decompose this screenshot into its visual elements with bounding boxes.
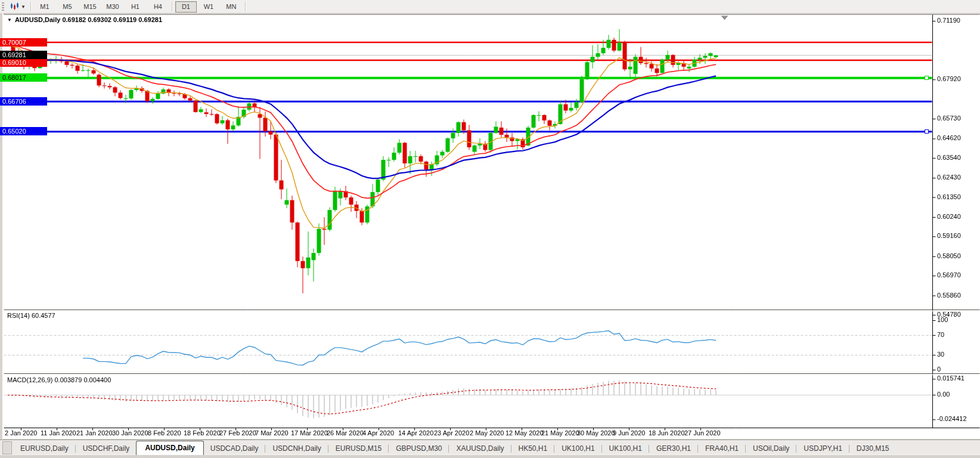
chart-tab-audusd-daily[interactable]: AUDUSD,Daily [136,441,203,455]
price-badge: 0.66706 [0,97,47,106]
macd-axis-label: -0.024412 [937,415,967,422]
date-axis-label: 14 Apr 2020 [398,429,433,437]
rsi-axis-label: 30 [937,351,944,358]
macd-label: MACD(12,26,9) 0.003879 0.004400 [7,376,111,383]
date-axis-label: 26 Mar 2020 [327,429,364,437]
date-axis-label: 23 Apr 2020 [434,429,469,437]
rsi-axis-label: 70 [937,331,944,338]
date-axis-label: 30 Jan 2020 [112,429,148,437]
price-axis-tick: 0.67920 [937,75,961,82]
chart-tab-eurusd-daily[interactable]: EURUSD,Daily [13,442,76,455]
chart-tab-usdchf-daily[interactable]: USDCHF,Daily [76,442,137,455]
date-axis-label: 17 Mar 2020 [291,429,328,437]
date-axis-label: 18 Jun 2020 [649,429,685,437]
price-badge: 0.65020 [0,127,47,135]
price-axis-tick: 0.58050 [937,252,961,259]
macd-axis-label: 0.015741 [937,375,965,382]
date-axis-label: 2 Jan 2020 [5,429,37,437]
price-axis-tick: 0.62430 [937,174,961,181]
macd-axis-label: 0.00 [937,391,950,398]
chart-tab-usoil-daily[interactable]: USOil,Daily [746,442,796,455]
price-axis-tick: 0.55860 [937,292,961,299]
chart-tab-usdcnh-daily[interactable]: USDCNH,Daily [265,442,328,455]
chart-tab-usdjpy-h1[interactable]: USDJPY,H1 [796,442,849,455]
chart-tab-fra40-h1[interactable]: FRA40,H1 [698,442,746,455]
price-axis-tick: 0.65730 [937,114,961,122]
date-axis-label: 27 Feb 2020 [219,429,256,437]
chart-tab-gbpusd-m30[interactable]: GBPUSD,M30 [389,442,449,455]
price-axis-tick: 0.61350 [937,193,961,200]
hline-drag-handle[interactable] [925,76,929,80]
chart-tab-dj30-m15[interactable]: DJ30,M15 [849,442,897,455]
price-badge: 0.68017 [0,73,47,82]
chart-tab-hk50-h1[interactable]: HK50,H1 [511,442,555,455]
date-axis-label: 12 May 2020 [505,429,544,437]
ohlc-values: 0.69182 0.69302 0.69119 0.69281 [62,16,162,23]
date-axis-label: 27 Jun 2020 [684,429,721,437]
date-axis-label: 18 Feb 2020 [184,429,221,437]
price-badge: 0.69281 [0,51,47,59]
chart-tab-eurusd-m15[interactable]: EURUSD,M15 [328,442,389,455]
chart-tab-uk100-h1[interactable]: UK100,H1 [554,442,601,455]
symbol-ohlc-info: ▼AUDUSD,Daily 0.69182 0.69302 0.69119 0.… [7,16,162,23]
date-axis-label: 21 May 2020 [541,429,579,437]
price-badge: 0.70007 [0,38,47,47]
date-axis-label: 8 Feb 2020 [148,429,181,437]
chart-tab-bar: EURUSD,DailyUSDCHF,DailyAUDUSD,DailyUSDC… [0,440,980,455]
date-axis-label: 2 May 2020 [470,429,504,437]
date-axis-label: 21 Jan 2020 [76,429,113,437]
date-axis-label: 9 Jun 2020 [613,429,645,437]
rsi-label: RSI(14) 60.4577 [7,312,55,319]
date-axis-label: 30 May 2020 [577,429,615,437]
price-axis-tick: 0.64620 [937,134,961,141]
price-axis-tick: 0.59160 [937,232,961,239]
tab-scroll-button[interactable] [2,441,12,454]
date-axis-label: 4 Apr 2020 [362,429,394,437]
price-badge: 0.69010 [0,58,47,67]
symbol-dropdown-icon[interactable]: ▼ [7,17,12,23]
price-axis-tick: 0.71190 [937,17,960,24]
chart-tab-usdcad-daily[interactable]: USDCAD,Daily [203,442,266,455]
rsi-axis-label: 100 [937,316,948,323]
symbol-title: AUDUSD,Daily [15,16,60,23]
chart-tab-xauusd-daily[interactable]: XAUUSD,Daily [449,442,511,455]
date-axis-label: 7 Mar 2020 [255,429,289,437]
price-axis-tick: 0.63540 [937,154,961,161]
main-chart-canvas[interactable] [0,0,980,458]
chart-tab-ger30-h1[interactable]: GER30,H1 [649,442,698,455]
chart-tab-uk100-h1[interactable]: UK100,H1 [602,442,649,455]
date-axis-label: 11 Jan 2020 [41,429,76,437]
price-axis-tick: 0.56970 [937,271,961,278]
rsi-axis-label: 0 [937,366,941,373]
hline-drag-handle[interactable] [925,129,929,134]
price-axis-tick: 0.60240 [937,213,961,220]
